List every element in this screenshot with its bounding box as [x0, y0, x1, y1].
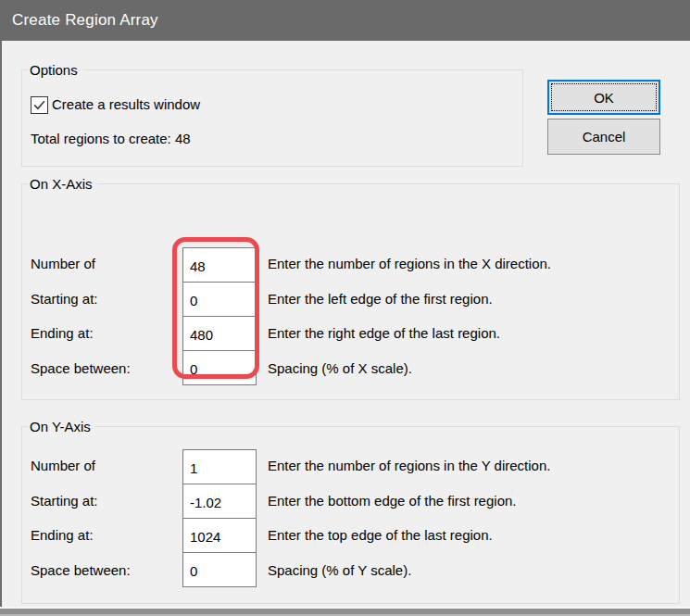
x-start-input[interactable] [182, 282, 257, 317]
y-number-label: Number of [31, 457, 95, 475]
y-start-desc: Enter the bottom edge of the first regio… [268, 492, 517, 510]
y-end-input[interactable] [182, 518, 257, 553]
y-start-label: Starting at: [31, 492, 98, 510]
x-end-input[interactable] [182, 316, 257, 351]
window-bottom-edge [0, 607, 690, 616]
x-start-label: Starting at: [31, 290, 98, 308]
y-space-label: Space between: [31, 561, 131, 580]
ok-button-label: OK [594, 90, 614, 106]
y-number-input[interactable] [182, 449, 257, 484]
x-start-desc: Enter the left edge of the first region. [268, 290, 493, 308]
x-space-label: Space between: [31, 359, 131, 378]
window-title: Create Region Array [12, 11, 158, 30]
title-bar: Create Region Array [0, 0, 690, 41]
x-space-input[interactable] [182, 350, 257, 385]
window-left-edge [0, 41, 2, 607]
x-end-desc: Enter the right edge of the last region. [268, 324, 500, 343]
y-start-input[interactable] [182, 484, 257, 519]
y-axis-group-legend: On Y-Axis [28, 418, 95, 435]
y-axis-group: On Y-Axis Number of Enter the number of … [21, 426, 680, 604]
ok-button[interactable]: OK [547, 80, 660, 115]
x-number-desc: Enter the number of regions in the X dir… [268, 255, 551, 273]
checkmark-icon [31, 97, 47, 113]
results-window-checkbox-label[interactable]: Create a results window [52, 95, 200, 114]
options-group: Options Create a results window Total re… [21, 69, 523, 167]
cancel-button-label: Cancel [583, 129, 626, 145]
x-number-input[interactable] [182, 247, 257, 283]
x-number-label: Number of [31, 255, 95, 273]
y-space-desc: Spacing (% of Y scale). [268, 561, 411, 580]
y-end-label: Ending at: [31, 526, 94, 545]
y-space-input[interactable] [182, 552, 257, 587]
y-number-desc: Enter the number of regions in the Y dir… [268, 457, 550, 475]
x-axis-group-legend: On X-Axis [28, 175, 97, 193]
y-end-desc: Enter the top edge of the last region. [268, 526, 493, 545]
options-group-legend: Options [28, 61, 82, 79]
x-space-desc: Spacing (% of X scale). [268, 359, 412, 378]
total-regions-text: Total regions to create: 48 [31, 130, 191, 148]
cancel-button[interactable]: Cancel [547, 119, 660, 155]
x-axis-group: On X-Axis Number of Enter the number of … [21, 183, 680, 400]
results-window-checkbox[interactable] [31, 96, 48, 114]
x-end-label: Ending at: [31, 324, 94, 343]
